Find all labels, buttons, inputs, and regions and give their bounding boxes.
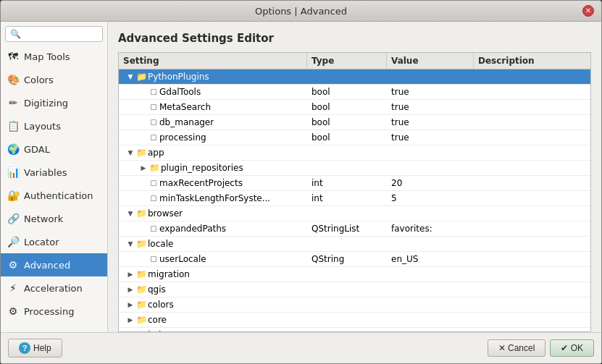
sidebar-item-variables[interactable]: 📊 Variables <box>1 161 107 184</box>
desc-cell <box>474 196 590 200</box>
type-cell <box>307 151 387 155</box>
tree-name-cell: ▶📁colors <box>119 297 307 312</box>
help-button[interactable]: ? Help <box>8 339 62 357</box>
processing-icon: ⚙ <box>7 305 20 318</box>
node-label: app <box>148 148 164 158</box>
value-cell <box>387 75 474 79</box>
layouts-icon: 📋 <box>7 119 20 132</box>
tree-row[interactable]: ▶📁core <box>119 313 590 328</box>
check-icon: ☐ <box>149 194 158 203</box>
folder-icon: 📁 <box>136 269 146 279</box>
type-cell: bool <box>307 100 387 114</box>
desc-cell <box>474 166 590 170</box>
desc-cell <box>474 90 590 94</box>
tree-row[interactable]: ☐userLocale QStringen_US <box>119 252 590 267</box>
expand-arrow[interactable]: ▼ <box>126 209 135 218</box>
tree-row[interactable]: ▶📁colors <box>119 297 590 313</box>
sidebar: 🔍 🗺 Map Tools 🎨 Colors ✏️ Digitizing 📋 L… <box>1 22 108 332</box>
acceleration-icon: ⚡ <box>7 282 20 295</box>
value-cell: true <box>387 130 474 145</box>
check-icon: ☐ <box>149 179 158 187</box>
expand-arrow[interactable]: ▶ <box>139 164 148 172</box>
expand-arrow[interactable]: ▶ <box>126 270 135 279</box>
tree-row[interactable]: ▼📁app <box>119 145 590 161</box>
sidebar-item-processing[interactable]: ⚙ Processing <box>1 300 107 323</box>
tree-row[interactable]: ▶📁qgis <box>119 282 590 297</box>
sidebar-item-authentication[interactable]: 🔐 Authentication <box>1 184 107 207</box>
search-box[interactable]: 🔍 <box>5 26 103 42</box>
type-cell: int <box>307 176 387 190</box>
tree-name-cell: ☐minTaskLengthForSyste... <box>119 191 307 206</box>
sidebar-label-map-tools: Map Tools <box>24 51 70 62</box>
sidebar-item-network[interactable]: 🔗 Network <box>1 207 107 230</box>
sidebar-item-acceleration[interactable]: ⚡ Acceleration <box>1 276 107 300</box>
tree-row[interactable]: ▼📁PythonPlugins <box>119 69 590 85</box>
tree-name-cell: ▼📁PythonPlugins <box>119 69 307 84</box>
value-cell: true <box>387 85 474 99</box>
sidebar-item-layouts[interactable]: 📋 Layouts <box>1 114 107 137</box>
tree-name-cell: ▶📁core <box>119 313 307 327</box>
value-cell <box>387 302 474 307</box>
ok-button[interactable]: ✔ OK <box>550 339 594 357</box>
tree-row[interactable]: ▶📁migration <box>119 267 590 282</box>
type-cell <box>307 318 387 322</box>
tree-row[interactable]: ☐GdalTools booltrue <box>119 85 590 100</box>
tree-row[interactable]: ▶📁plugin_repositories <box>119 161 590 176</box>
value-cell <box>387 211 474 216</box>
tree-row[interactable]: ☐minTaskLengthForSyste... int5 <box>119 191 590 206</box>
expand-arrow[interactable]: ▼ <box>126 240 135 248</box>
node-label: colors <box>148 300 174 310</box>
sidebar-item-colors[interactable]: 🎨 Colors <box>1 68 107 91</box>
desc-cell <box>474 151 590 155</box>
locator-icon: 🔎 <box>7 235 20 248</box>
tree-row[interactable]: ▼📁browser <box>119 206 590 221</box>
sidebar-item-digitizing[interactable]: ✏️ Digitizing <box>1 91 107 114</box>
help-label: Help <box>33 343 51 353</box>
cancel-label: ✕ Cancel <box>498 343 535 353</box>
close-button[interactable]: ✕ <box>582 5 594 17</box>
digitizing-icon: ✏️ <box>7 96 20 109</box>
sidebar-item-map-tools[interactable]: 🗺 Map Tools <box>1 45 107 68</box>
check-icon: ☐ <box>149 255 158 263</box>
desc-cell <box>474 287 590 292</box>
tree-row[interactable]: ☐processing booltrue <box>119 130 590 145</box>
sidebar-item-advanced[interactable]: ⚙ Advanced <box>1 253 107 276</box>
tree-name-cell: ▶📁qgis <box>119 282 307 297</box>
col-type: Type <box>307 53 387 69</box>
sidebar-label-advanced: Advanced <box>24 260 70 271</box>
folder-icon: 📁 <box>136 208 146 219</box>
folder-icon: 📁 <box>136 239 146 249</box>
expand-arrow[interactable]: ▶ <box>126 316 135 324</box>
check-icon: ☐ <box>149 88 158 96</box>
settings-tree[interactable]: Setting Type Value Description ▼📁PythonP… <box>118 52 591 332</box>
expand-arrow[interactable]: ▼ <box>126 72 135 81</box>
bottom-bar: ? Help ✕ Cancel ✔ OK <box>1 332 601 363</box>
sidebar-item-locator[interactable]: 🔎 Locator <box>1 230 107 253</box>
value-cell <box>387 166 474 170</box>
desc-cell <box>474 302 590 307</box>
type-cell <box>307 211 387 216</box>
tree-row[interactable]: ☐db_manager booltrue <box>119 115 590 130</box>
expand-arrow[interactable]: ▶ <box>126 300 135 309</box>
desc-cell <box>474 181 590 185</box>
cancel-button[interactable]: ✕ Cancel <box>488 339 546 357</box>
dialog: Options | Advanced ✕ 🔍 🗺 Map Tools 🎨 Col… <box>0 0 602 364</box>
expand-arrow[interactable]: ▶ <box>126 285 135 294</box>
tree-row[interactable]: ☐MetaSearch booltrue <box>119 100 590 115</box>
node-label: GdalTools <box>159 87 201 97</box>
sidebar-label-processing: Processing <box>24 306 74 317</box>
sidebar-item-gdal[interactable]: 🌍 GDAL <box>1 137 107 161</box>
colors-icon: 🎨 <box>7 73 20 86</box>
expand-arrow[interactable]: ▼ <box>126 148 135 157</box>
value-cell <box>387 151 474 155</box>
tree-row[interactable]: ☐expandedPaths QStringListfavorites: <box>119 221 590 237</box>
sidebar-label-digitizing: Digitizing <box>24 98 68 109</box>
tree-row[interactable]: ☐maxRecentProjects int20 <box>119 176 590 191</box>
node-label: minTaskLengthForSyste... <box>159 193 270 203</box>
node-label: qgis <box>148 284 166 295</box>
type-cell: QString <box>307 252 387 266</box>
tree-name-cell: ▼📁browser <box>119 206 307 221</box>
type-cell <box>307 166 387 170</box>
authentication-icon: 🔐 <box>7 189 20 202</box>
tree-row[interactable]: ▼📁locale <box>119 237 590 252</box>
